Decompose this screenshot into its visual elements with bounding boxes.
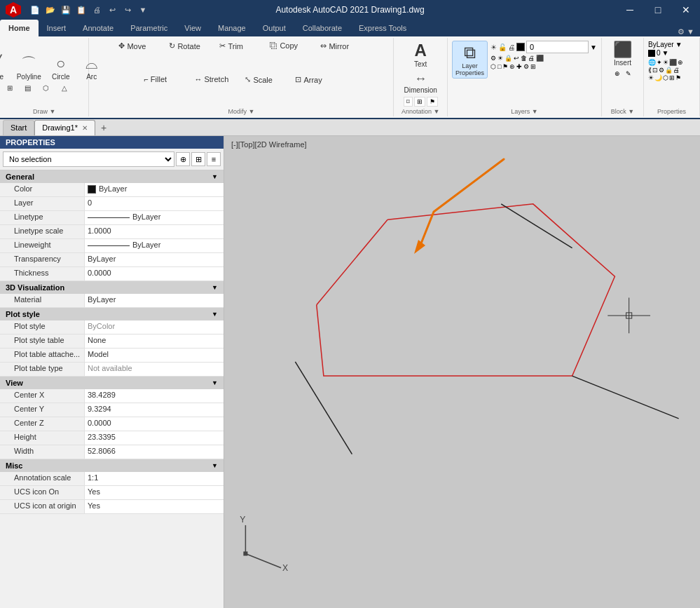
layer-icon-6[interactable]: 🖨 [528, 55, 535, 62]
workspace-btn[interactable]: ⚙ ▼ [678, 27, 694, 36]
prop-icon-6[interactable]: ⟪ [648, 67, 652, 74]
prop-linetype-scale-value[interactable]: 1.0000 [84, 225, 224, 238]
copy-button[interactable]: ⿻ Copy [267, 41, 316, 50]
tab-annotate[interactable]: Annotate [74, 20, 122, 36]
prop-icon-1[interactable]: 🌐 [648, 59, 656, 66]
line-button[interactable]: ╱ Line [0, 55, 11, 82]
boundary-button[interactable]: ⬡ [38, 83, 55, 93]
tab-drawing1[interactable]: Drawing1* ✕ [34, 120, 95, 135]
layer-name-input[interactable] [526, 41, 589, 53]
section-view[interactable]: View ▼ [0, 377, 224, 389]
tab-insert[interactable]: Insert [39, 20, 75, 36]
layer-icon-2[interactable]: ☀ [497, 55, 503, 62]
layer-icon-14[interactable]: ⊞ [530, 63, 536, 70]
section-misc[interactable]: Misc ▼ [0, 459, 224, 472]
tab-parametric[interactable]: Parametric [122, 20, 176, 36]
prop-icon-3[interactable]: ☀ [663, 59, 668, 66]
bylayer-dropdown-1[interactable]: ▼ [675, 41, 682, 48]
section-plot-style[interactable]: Plot style ▼ [0, 308, 224, 320]
layer-icon-11[interactable]: ⊛ [509, 63, 515, 70]
prop-annotation-scale-value[interactable]: 1:1 [84, 472, 224, 485]
markup-btn[interactable]: ⚑ [427, 97, 438, 107]
close-button[interactable]: ✕ [672, 0, 700, 20]
layer-icon-12[interactable]: ✚ [516, 63, 522, 70]
prop-icon-13[interactable]: ⬡ [663, 74, 668, 81]
tab-output[interactable]: Output [254, 20, 294, 36]
dimension-button[interactable]: ↔ Dimension [402, 71, 440, 95]
mirror-button[interactable]: ⇔ Mirror [317, 41, 366, 51]
polyline-button[interactable]: ⌒ Polyline [14, 55, 44, 82]
table-btn[interactable]: ⊞ [414, 97, 425, 107]
prop-icon-5[interactable]: ⊕ [678, 59, 683, 66]
layer-properties-button[interactable]: ⧉ LayerProperties [452, 41, 488, 79]
add-tab-button[interactable]: + [97, 121, 111, 135]
layer-icon-9[interactable]: □ [497, 63, 501, 70]
prop-center-y-value[interactable]: 9.3294 [84, 403, 224, 417]
tab-home[interactable]: Home [0, 20, 39, 36]
region-button[interactable]: △ [56, 83, 73, 93]
tab-close-button[interactable]: ✕ [82, 124, 88, 132]
prop-plot-table-type-value[interactable]: Not available [84, 363, 224, 376]
selection-dropdown[interactable]: No selection [3, 151, 174, 167]
minimize-button[interactable]: ─ [616, 0, 644, 20]
props-icon-1[interactable]: ⊕ [176, 152, 190, 166]
layer-color-swatch[interactable] [516, 43, 525, 51]
layer-icon-10[interactable]: ⚑ [502, 63, 508, 70]
qat-undo[interactable]: ↩ [105, 3, 119, 17]
layer-icon-5[interactable]: 🗑 [521, 55, 527, 62]
layer-icon-13[interactable]: ⚙ [523, 63, 529, 70]
qat-save-as[interactable]: 📋 [74, 3, 88, 17]
prop-icon-15[interactable]: ⚑ [675, 74, 681, 81]
prop-icon-8[interactable]: ⚙ [659, 67, 664, 74]
color-dropdown[interactable]: ▼ [662, 49, 669, 57]
gradient-button[interactable]: ▤ [20, 83, 36, 93]
text-button[interactable]: A Text [406, 41, 434, 69]
layer-icon-4[interactable]: ↩ [514, 55, 519, 62]
prop-transparency-value[interactable]: ByLayer [84, 253, 224, 266]
prop-icon-7[interactable]: ⊡ [652, 67, 658, 74]
layer-icon-3[interactable]: 🔒 [505, 55, 512, 62]
edit-btn[interactable]: ✎ [624, 69, 633, 78]
prop-width-value[interactable]: 52.8066 [84, 445, 224, 459]
layer-icon-8[interactable]: ⬡ [490, 63, 496, 70]
prop-icon-11[interactable]: ☀ [648, 74, 654, 81]
layer-dropdown-icon[interactable]: ▼ [590, 43, 597, 51]
layer-icon-1[interactable]: ⚙ [490, 55, 496, 62]
prop-icon-4[interactable]: ⬛ [669, 59, 677, 66]
move-button[interactable]: ✥ Move [116, 41, 165, 51]
tab-start[interactable]: Start [3, 120, 34, 135]
props-icon-3[interactable]: ≡ [207, 152, 221, 166]
prop-icon-12[interactable]: 🌙 [654, 74, 662, 81]
array-button[interactable]: ⊡ Array [292, 74, 341, 85]
prop-icon-14[interactable]: ⊞ [669, 74, 675, 81]
prop-color-value[interactable]: ByLayer [84, 183, 224, 196]
circle-button[interactable]: ○ Circle [47, 55, 75, 82]
qat-redo[interactable]: ↪ [121, 3, 135, 17]
scale-button[interactable]: ⤡ Scale [242, 74, 291, 85]
prop-plot-style-value[interactable]: ByColor [84, 320, 224, 334]
qat-save[interactable]: 💾 [59, 3, 73, 17]
qat-print[interactable]: 🖨 [90, 3, 104, 17]
section-general[interactable]: General ▼ [0, 170, 224, 183]
prop-center-x-value[interactable]: 38.4289 [84, 389, 224, 403]
qat-new[interactable]: 📄 [28, 3, 42, 17]
prop-plot-style-table-value[interactable]: None [84, 335, 224, 348]
drawing-viewport[interactable]: [-][Top][2D Wireframe] Y X [224, 136, 700, 608]
prop-ucs-icon-origin-value[interactable]: Yes [84, 500, 224, 513]
prop-layer-value[interactable]: 0 [84, 197, 224, 210]
prop-plot-table-attached-value[interactable]: Model [84, 349, 224, 362]
maximize-button[interactable]: □ [644, 0, 672, 20]
fillet-button[interactable]: ⌐ Fillet [141, 74, 190, 84]
qat-open[interactable]: 📂 [43, 3, 57, 17]
tab-view[interactable]: View [176, 20, 210, 36]
prop-material-value[interactable]: ByLayer [84, 294, 224, 307]
tab-manage[interactable]: Manage [210, 20, 254, 36]
prop-icon-2[interactable]: ✦ [657, 59, 662, 66]
prop-linetype-value[interactable]: ByLayer [84, 211, 224, 224]
stretch-button[interactable]: ↔ Stretch [191, 74, 240, 84]
layer-icon-7[interactable]: ⬛ [536, 55, 544, 62]
qat-dropdown[interactable]: ▼ [136, 3, 150, 17]
create-btn[interactable]: ⊕ [612, 69, 622, 78]
prop-lineweight-value[interactable]: ByLayer [84, 239, 224, 252]
prop-height-value[interactable]: 23.3395 [84, 431, 224, 445]
